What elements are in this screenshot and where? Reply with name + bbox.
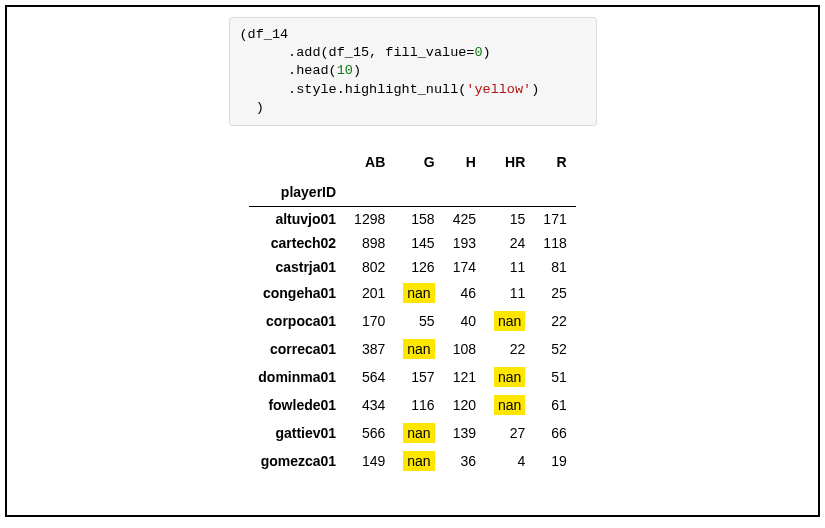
cell-HR: 27	[485, 419, 534, 447]
dataframe-table: AB G H HR R playerID altuvjo011298158425…	[249, 150, 575, 475]
cell-H: 121	[444, 363, 485, 391]
code-line-2b: )	[483, 45, 491, 60]
index-name: playerID	[249, 174, 345, 207]
code-str-yellow: 'yellow'	[466, 82, 531, 97]
null-highlight: nan	[403, 423, 434, 443]
cell-HR: nan	[485, 307, 534, 335]
page-frame: (df_14 .add(df_15, fill_value=0) .head(1…	[5, 5, 820, 517]
row-index: castrja01	[249, 255, 345, 279]
cell-AB: 898	[345, 231, 394, 255]
cell-HR: 4	[485, 447, 534, 475]
null-highlight: nan	[494, 311, 525, 331]
cell-H: 108	[444, 335, 485, 363]
null-highlight: nan	[403, 283, 434, 303]
null-highlight: nan	[494, 395, 525, 415]
cell-H: 425	[444, 207, 485, 232]
table-row: dominma01564157121nan51	[249, 363, 575, 391]
cell-H: 120	[444, 391, 485, 419]
cell-AB: 170	[345, 307, 394, 335]
table-row: corpoca011705540nan22	[249, 307, 575, 335]
cell-R: 66	[534, 419, 575, 447]
code-num-0: 0	[474, 45, 482, 60]
null-highlight: nan	[403, 339, 434, 359]
cell-R: 171	[534, 207, 575, 232]
null-highlight: nan	[403, 451, 434, 471]
cell-AB: 149	[345, 447, 394, 475]
cell-R: 81	[534, 255, 575, 279]
cell-G: 158	[394, 207, 443, 232]
cell-HR: 24	[485, 231, 534, 255]
cell-AB: 564	[345, 363, 394, 391]
code-line-4a: .style.highlight_null(	[240, 82, 467, 97]
cell-G: nan	[394, 447, 443, 475]
cell-AB: 802	[345, 255, 394, 279]
cell-R: 19	[534, 447, 575, 475]
code-line-1: (df_14	[240, 27, 289, 42]
cell-H: 46	[444, 279, 485, 307]
row-index: altuvjo01	[249, 207, 345, 232]
cell-R: 52	[534, 335, 575, 363]
cell-G: nan	[394, 419, 443, 447]
row-index: dominma01	[249, 363, 345, 391]
table-row: cartech0289814519324118	[249, 231, 575, 255]
table-output: AB G H HR R playerID altuvjo011298158425…	[218, 150, 608, 475]
table-row: gattiev01566nan1392766	[249, 419, 575, 447]
col-R: R	[534, 150, 575, 174]
cell-HR: 22	[485, 335, 534, 363]
table-row: correca01387nan1082252	[249, 335, 575, 363]
cell-H: 139	[444, 419, 485, 447]
cell-H: 36	[444, 447, 485, 475]
code-line-2a: .add(df_15, fill_value=	[240, 45, 475, 60]
cell-AB: 566	[345, 419, 394, 447]
col-H: H	[444, 150, 485, 174]
code-block: (df_14 .add(df_15, fill_value=0) .head(1…	[229, 17, 597, 126]
cell-H: 174	[444, 255, 485, 279]
cell-G: 157	[394, 363, 443, 391]
col-G: G	[394, 150, 443, 174]
col-AB: AB	[345, 150, 394, 174]
row-index: cartech02	[249, 231, 345, 255]
cell-AB: 201	[345, 279, 394, 307]
cell-R: 25	[534, 279, 575, 307]
cell-HR: 11	[485, 255, 534, 279]
cell-R: 61	[534, 391, 575, 419]
table-row: gomezca01149nan36419	[249, 447, 575, 475]
code-num-10: 10	[337, 63, 353, 78]
cell-G: 145	[394, 231, 443, 255]
cell-HR: 11	[485, 279, 534, 307]
code-line-3b: )	[353, 63, 361, 78]
cell-H: 193	[444, 231, 485, 255]
table-header-row: AB G H HR R	[249, 150, 575, 174]
cell-G: 116	[394, 391, 443, 419]
row-index: corpoca01	[249, 307, 345, 335]
code-line-3a: .head(	[240, 63, 337, 78]
cell-AB: 434	[345, 391, 394, 419]
row-index: gomezca01	[249, 447, 345, 475]
table-corner	[249, 150, 345, 174]
cell-AB: 387	[345, 335, 394, 363]
table-index-row: playerID	[249, 174, 575, 207]
row-index: correca01	[249, 335, 345, 363]
cell-G: 55	[394, 307, 443, 335]
cell-G: 126	[394, 255, 443, 279]
row-index: fowlede01	[249, 391, 345, 419]
table-row: altuvjo01129815842515171	[249, 207, 575, 232]
cell-G: nan	[394, 279, 443, 307]
code-line-5: )	[240, 100, 264, 115]
table-row: castrja018021261741181	[249, 255, 575, 279]
null-highlight: nan	[494, 367, 525, 387]
col-HR: HR	[485, 150, 534, 174]
row-index: congeha01	[249, 279, 345, 307]
table-row: fowlede01434116120nan61	[249, 391, 575, 419]
row-index: gattiev01	[249, 419, 345, 447]
cell-R: 22	[534, 307, 575, 335]
cell-R: 51	[534, 363, 575, 391]
cell-H: 40	[444, 307, 485, 335]
cell-G: nan	[394, 335, 443, 363]
table-row: congeha01201nan461125	[249, 279, 575, 307]
cell-HR: nan	[485, 391, 534, 419]
cell-R: 118	[534, 231, 575, 255]
cell-HR: nan	[485, 363, 534, 391]
cell-HR: 15	[485, 207, 534, 232]
cell-AB: 1298	[345, 207, 394, 232]
